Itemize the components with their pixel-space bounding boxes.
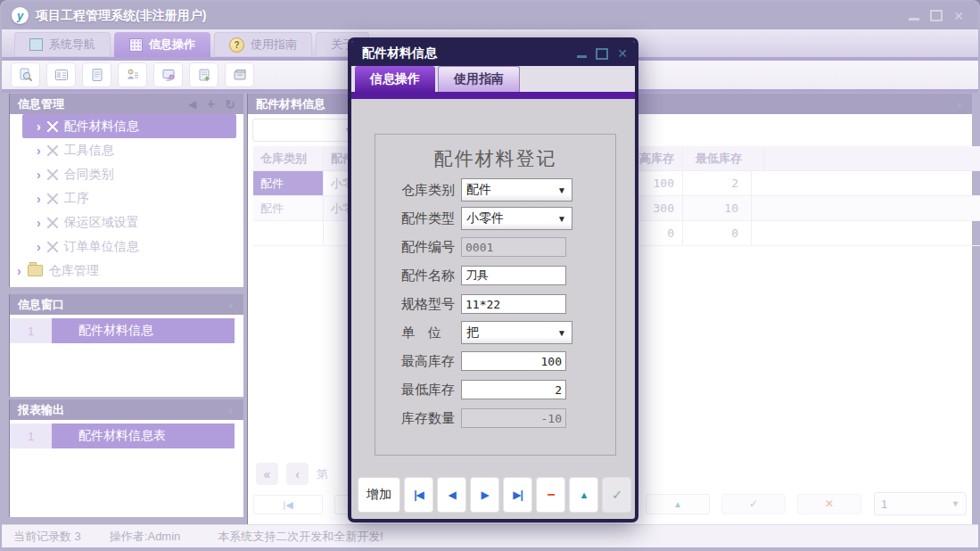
archive-icon [233,68,247,82]
tree-item-warehouse-mgmt[interactable]: › 仓库管理 [10,259,243,283]
tree-item-parts-material[interactable]: › 配件材料信息 [22,114,236,138]
dropdown-arrow-icon: ▼ [557,328,566,338]
list-item-parts-material-window[interactable]: 1 配件材料信息 [10,318,243,343]
dialog-tab-info-ops[interactable]: 信息操作 [355,66,435,92]
user-button[interactable] [119,63,146,86]
dialog-title: 配件材料信息 [362,45,437,62]
prev-record-button[interactable]: ◀ [437,477,466,513]
collapse-up-icon[interactable]: ▲ [226,405,235,415]
tool-icon [47,145,58,156]
page-number-select[interactable]: 1 ▼ [874,492,967,515]
app-title: 项目工程管理系统(非注册用户) [36,8,206,24]
grid-icon [129,38,143,52]
unit-select[interactable]: 把 ▼ [461,321,572,344]
min-stock-input[interactable] [461,380,566,399]
tree-item-contract-type[interactable]: › 合同类别 [22,162,243,186]
list-item-parts-material-report[interactable]: 1 配件材料信息表 [10,424,243,448]
tab-user-guide[interactable]: ? 使用指南 [214,32,312,57]
part-type-select[interactable]: 小零件 ▼ [461,207,572,230]
app-window: y 项目工程管理系统(非注册用户) ✕ 系统导航 信息操作 ? 使用指南 关于 [0,0,980,551]
panel-header-info-mgmt: 信息管理 ◀ ＋ ↻ [9,94,243,114]
collapse-up-icon[interactable]: ▲ [226,300,235,309]
tree-item-order-unit[interactable]: › 订单单位信息 [22,234,243,259]
app-logo-icon: y [12,7,29,24]
list-button[interactable] [47,63,75,86]
add-record-button[interactable] [190,63,218,86]
close-icon[interactable]: ✕ [617,46,628,61]
maximize-icon[interactable] [596,48,608,60]
tool-icon [47,169,58,180]
main-panel-title: 配件材料信息 [256,96,325,112]
window-controls: ✕ [909,10,964,22]
edit-record-button[interactable]: ▲ [569,477,598,513]
panel-title: 信息管理 [18,96,64,112]
user-icon [126,68,140,82]
info-tree: › 配件材料信息 › 工具信息 › 合同类别 › 工序 › [9,114,243,287]
operator: 操作者:Admin [110,529,180,545]
first-record-button[interactable]: |◀ [254,496,322,514]
dialog-body: 配件材料登记 仓库类别 配件 ▼ 配件类型 小零件 ▼ [351,99,635,519]
tree-item-tool-info[interactable]: › 工具信息 [22,138,243,162]
panel-header-icons: ◀ ＋ ↻ [188,96,235,112]
chevron-right-icon: › [37,168,41,182]
registration-form: 配件材料登记 仓库类别 配件 ▼ 配件类型 小零件 ▼ [375,134,616,456]
next-record-button[interactable]: ▶ [470,477,499,513]
max-stock-input[interactable] [461,351,566,371]
archive-button[interactable] [226,63,253,86]
close-icon[interactable]: ✕ [953,10,964,22]
minimize-icon[interactable] [909,18,919,21]
parts-material-dialog: 配件材料信息 ✕ 信息操作 使用指南 配件材料登记 仓库类别 配件 ▼ [348,37,638,522]
post-record-button: ✓ [722,495,785,514]
chevron-right-icon: › [37,216,41,230]
tool-icon [47,121,58,132]
filter-select[interactable]: ▼ [253,119,358,141]
form-heading: 配件材料登记 [375,146,615,171]
form-field: 库存数量 [401,407,601,429]
warehouse-category-select[interactable]: 配件 ▼ [461,178,572,201]
dropdown-arrow-icon: ▼ [557,185,566,195]
dialog-tab-bar: 信息操作 使用指南 [351,66,635,92]
tab-label: 使用指南 [251,37,297,53]
page-prev-button[interactable]: ‹ [286,463,309,485]
document-button[interactable] [83,63,111,86]
system-nav-icon [29,38,43,51]
panel-title: 信息窗口 [18,297,64,313]
form-field: 最高库存 [401,350,601,372]
edit-record-button[interactable]: ▲ [646,495,709,514]
tab-info-ops[interactable]: 信息操作 [114,32,210,57]
record-count: 当前记录数 3 [13,529,81,545]
collapse-up-icon[interactable]: ▲ [955,99,964,109]
panel-info-window: 信息窗口 ▲ 1 配件材料信息 [9,294,243,397]
monitor-icon [161,68,176,82]
pager: « ‹ 第 [256,463,328,485]
part-name-input[interactable] [461,266,566,285]
status-bar: 当前记录数 3 操作者:Admin 本系统支持二次开发和全新开发! [2,524,978,547]
search-button[interactable] [12,63,39,86]
first-record-button[interactable]: |◀ [404,477,433,513]
panel-header-info-window: 信息窗口 ▲ [9,294,243,315]
spec-model-input[interactable] [461,294,566,314]
delete-record-button[interactable]: − [536,477,565,513]
refresh-icon[interactable]: ↻ [225,97,235,111]
restore-icon[interactable] [930,10,943,21]
add-button[interactable]: 增加 [358,477,400,513]
folder-icon [28,265,43,276]
dialog-accent-band [351,92,635,99]
tree-item-maintenance-area[interactable]: › 保运区域设置 [22,210,243,234]
monitor-button[interactable] [154,63,182,86]
tool-icon [47,218,58,228]
form-field: 配件编号 [401,236,601,258]
form-field: 规格型号 [401,293,601,315]
last-record-button[interactable]: ▶| [503,477,532,513]
panel-header-report-output: 报表输出 ▲ [9,399,243,420]
tab-system-nav[interactable]: 系统导航 [14,32,111,57]
dialog-tab-user-guide[interactable]: 使用指南 [438,66,520,92]
chevron-right-icon: › [37,240,41,254]
chevron-right-icon: › [37,144,41,158]
collapse-left-icon[interactable]: ◀ [188,98,196,111]
add-icon[interactable]: ＋ [204,96,217,112]
minimize-icon[interactable] [577,55,587,58]
tab-label: 系统导航 [49,37,95,53]
tree-item-process[interactable]: › 工序 [22,186,243,210]
page-first-button[interactable]: « [256,463,278,485]
